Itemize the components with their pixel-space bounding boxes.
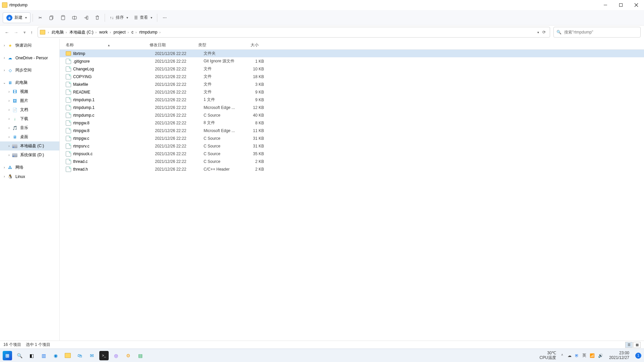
sidebar-item[interactable]: ›本地磁盘 (C:) — [0, 141, 59, 150]
sidebar-item[interactable]: ›📄文档 — [0, 105, 59, 114]
details-view-button[interactable]: ☰ — [625, 342, 633, 348]
column-name[interactable]: 名称▲ — [66, 42, 150, 48]
chevron-down-icon: ▾ — [126, 16, 128, 19]
tray-sound-icon[interactable]: 🔊 — [598, 353, 603, 358]
sidebar-item[interactable]: ›☁OneDrive - Persor — [0, 53, 59, 62]
taskbar-app-2[interactable]: ⚙ — [123, 351, 133, 360]
file-row[interactable]: librtmp2021/12/26 22:22文件夹 — [60, 50, 644, 57]
breadcrumb-item[interactable]: 此电脑› — [50, 27, 68, 37]
minimize-button[interactable] — [598, 0, 613, 10]
taskbar-weather[interactable]: 30℃ CPU温度 — [540, 351, 556, 360]
tiles-view-button[interactable]: ▦ — [633, 342, 641, 348]
status-count: 16 个项目 — [3, 342, 21, 348]
file-icon — [66, 74, 71, 79]
svg-rect-5 — [50, 16, 52, 20]
taskbar-app-3[interactable]: ▤ — [136, 351, 145, 360]
paste-button[interactable] — [58, 12, 68, 23]
taskbar-terminal[interactable]: >_ — [99, 351, 109, 360]
taskbar-explorer[interactable] — [63, 351, 72, 360]
search-icon: 🔍 — [556, 30, 561, 35]
column-size[interactable]: 大小 — [238, 42, 262, 48]
search-input[interactable] — [564, 30, 638, 35]
file-row[interactable]: thread.c2021/12/26 22:22C Source2 KB — [60, 158, 644, 165]
column-date[interactable]: 修改日期 — [150, 42, 198, 48]
breadcrumb-item[interactable]: work› — [98, 27, 112, 37]
more-button[interactable]: ⋯ — [159, 12, 170, 23]
task-view-button[interactable]: ◧ — [27, 351, 36, 360]
breadcrumb-item[interactable]: project› — [112, 27, 130, 37]
file-row[interactable]: rtmpsrv.c2021/12/26 22:22C Source31 KB — [60, 142, 644, 150]
tray-security-icon[interactable]: ⛨ — [575, 353, 579, 358]
copy-icon — [49, 15, 54, 20]
file-row[interactable]: rtmpgw.c2021/12/26 22:22C Source31 KB — [60, 134, 644, 142]
delete-button[interactable] — [92, 12, 103, 23]
file-row[interactable]: rtmpdump.12021/12/26 22:221 文件9 KB — [60, 96, 644, 104]
taskbar-app-1[interactable]: ◎ — [111, 351, 121, 360]
svg-rect-7 — [62, 15, 64, 16]
history-dropdown[interactable]: ▾ — [23, 30, 26, 35]
file-row[interactable]: COPYING2021/12/26 22:22文件18 KB — [60, 73, 644, 80]
copy-button[interactable] — [46, 12, 57, 23]
close-button[interactable] — [629, 0, 644, 10]
view-button[interactable]: ☰ 查看 ▾ — [131, 12, 155, 23]
sidebar-item[interactable]: ›🎵音乐 — [0, 123, 59, 132]
rename-button[interactable] — [69, 12, 80, 23]
breadcrumb[interactable]: › 此电脑›本地磁盘 (C:)›work›project›c›rtmpdump›… — [38, 27, 550, 38]
share-button[interactable] — [80, 12, 91, 23]
sidebar-item[interactable]: ›◇同步空间 — [0, 66, 59, 75]
taskbar-store[interactable]: 🛍 — [75, 351, 85, 360]
file-icon — [66, 167, 71, 172]
sidebar-item[interactable]: ›↓下载 — [0, 114, 59, 123]
start-button[interactable]: ⊞ — [3, 351, 12, 360]
file-row[interactable]: rtmpdump.12021/12/26 22:22Microsoft Edge… — [60, 104, 644, 111]
taskbar-mail[interactable]: ✉ — [87, 351, 97, 360]
sidebar-item[interactable]: ›🖧网络 — [0, 163, 59, 172]
file-row[interactable]: thread.h2021/12/26 22:22C/C++ Header2 KB — [60, 165, 644, 173]
trash-icon — [95, 15, 100, 20]
file-icon — [66, 128, 71, 133]
tray-wifi-icon[interactable]: 📶 — [590, 353, 595, 358]
taskbar-clock[interactable]: 23:00 2021/12/27 — [607, 351, 631, 360]
sidebar-item[interactable]: ›★快速访问 — [0, 41, 59, 50]
file-row[interactable]: README2021/12/26 22:22文件9 KB — [60, 88, 644, 96]
up-button[interactable]: ↑ — [31, 30, 33, 35]
search-box[interactable]: 🔍 — [553, 27, 641, 38]
sidebar-item[interactable]: ›🖼图片 — [0, 96, 59, 105]
sort-button[interactable]: ↑↓ 排序 ▾ — [107, 12, 131, 23]
column-type[interactable]: 类型 — [198, 42, 238, 48]
sidebar-item[interactable]: ›🎞视频 — [0, 87, 59, 96]
back-button[interactable]: ← — [5, 30, 9, 35]
title-bar: rtmpdump — [0, 0, 644, 10]
folder-icon — [2, 2, 7, 8]
file-row[interactable]: rtmpsuck.c2021/12/26 22:22C Source35 KB — [60, 150, 644, 158]
refresh-button[interactable]: ⟳ — [542, 30, 546, 35]
chevron-down-icon[interactable]: ▾ — [537, 31, 539, 34]
file-row[interactable]: .gitignore2021/12/26 22:22Git Ignore 源文件… — [60, 57, 644, 65]
new-button[interactable]: ＋ 新建 ▾ — [3, 12, 31, 23]
taskbar-edge[interactable]: ◉ — [51, 351, 60, 360]
cut-button[interactable]: ✂ — [35, 12, 46, 23]
nav-row: ← → ▾ ↑ › 此电脑›本地磁盘 (C:)›work›project›c›r… — [0, 25, 644, 39]
status-bar: 16 个项目 选中 1 个项目 ☰ ▦ — [0, 341, 644, 349]
forward-button[interactable]: → — [14, 30, 18, 35]
sidebar-item[interactable]: ›🖥桌面 — [0, 132, 59, 141]
file-row[interactable]: ChangeLog2021/12/26 22:22文件10 KB — [60, 65, 644, 73]
sidebar-item[interactable]: ›🐧Linux — [0, 172, 59, 181]
widgets-button[interactable]: ▥ — [39, 351, 48, 360]
file-row[interactable]: rtmpgw.82021/12/26 22:22Microsoft Edge .… — [60, 127, 644, 134]
maximize-button[interactable] — [613, 0, 629, 10]
taskbar-search[interactable]: 🔍 — [15, 351, 24, 360]
view-label: 查看 — [140, 15, 148, 20]
file-row[interactable]: Makefile2021/12/26 22:22文件3 KB — [60, 80, 644, 88]
sidebar-item[interactable]: ⌄🖥此电脑 — [0, 78, 59, 87]
breadcrumb-item[interactable]: c› — [130, 27, 138, 37]
sidebar-item[interactable]: ›系统保留 (D:) — [0, 150, 59, 160]
tray-chevron-icon[interactable]: ＾ — [560, 353, 564, 358]
file-row[interactable]: rtmpgw.82021/12/26 22:228 文件8 KB — [60, 119, 644, 127]
tray-ime[interactable]: 英 — [582, 353, 586, 358]
notification-button[interactable]: 1 — [635, 353, 641, 359]
breadcrumb-item[interactable]: rtmpdump› — [138, 27, 162, 37]
file-row[interactable]: rtmpdump.c2021/12/26 22:22C Source40 KB — [60, 111, 644, 119]
tray-onedrive-icon[interactable]: ☁ — [568, 353, 572, 358]
breadcrumb-item[interactable]: 本地磁盘 (C:)› — [68, 27, 98, 37]
